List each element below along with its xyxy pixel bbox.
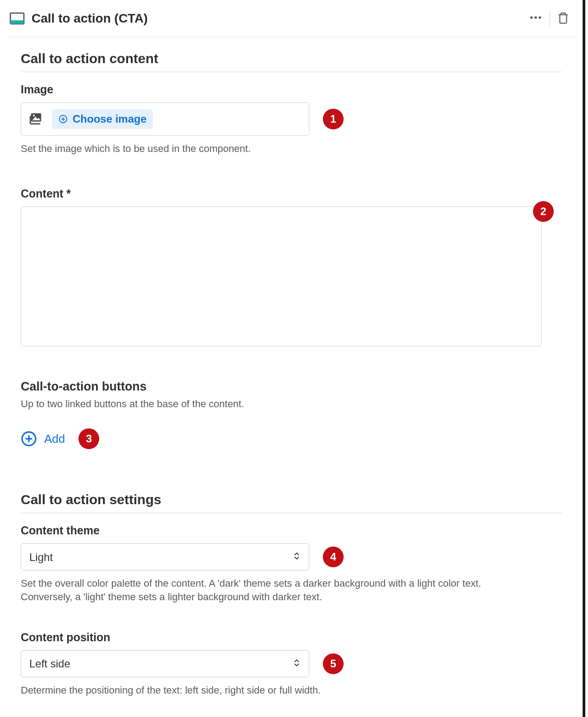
- theme-field-help: Set the overall color palette of the con…: [21, 577, 535, 603]
- section-buttons-title: Call-to-action buttons: [21, 380, 562, 394]
- more-actions-icon[interactable]: [526, 8, 545, 29]
- image-field-help: Set the image which is to be used in the…: [21, 142, 562, 156]
- section-content-title: Call to action content: [21, 51, 562, 66]
- svg-point-4: [539, 16, 541, 18]
- annotation-badge-3: 3: [78, 428, 99, 449]
- svg-point-7: [33, 115, 35, 116]
- annotation-badge-5: 5: [323, 653, 344, 674]
- choose-image-button[interactable]: Choose image: [52, 109, 153, 129]
- images-icon: [28, 111, 44, 127]
- header-divider: [550, 10, 550, 27]
- theme-select-wrap: Light: [21, 543, 309, 570]
- position-field-label: Content position: [21, 631, 562, 644]
- component-icon: [9, 10, 25, 27]
- svg-point-2: [530, 16, 533, 18]
- theme-field-label: Content theme: [21, 524, 562, 537]
- section-buttons-help: Up to two linked buttons at the base of …: [21, 397, 562, 411]
- section-rule: [21, 72, 562, 72]
- svg-point-3: [534, 16, 537, 18]
- image-field-label: Image: [21, 83, 562, 96]
- add-button-label: Add: [44, 432, 65, 446]
- section-rule-2: [21, 513, 562, 513]
- section-settings-title: Call to action settings: [21, 492, 562, 507]
- position-select-wrap: Left side: [21, 650, 309, 677]
- annotation-badge-2: 2: [533, 201, 554, 222]
- image-field: Choose image: [21, 102, 309, 136]
- panel-title: Call to action (CTA): [32, 11, 148, 26]
- content-field-label: Content *: [21, 187, 562, 200]
- position-field-help: Determine the positioning of the text: l…: [21, 684, 562, 697]
- position-select[interactable]: Left side: [21, 650, 309, 677]
- add-button[interactable]: Add: [21, 431, 65, 447]
- annotation-badge-1: 1: [323, 109, 344, 129]
- cta-editor-panel: Call to action (CTA) Call to action cont…: [0, 0, 585, 717]
- annotation-badge-4: 4: [323, 547, 344, 567]
- content-textarea[interactable]: [21, 207, 542, 346]
- svg-rect-1: [10, 20, 24, 24]
- panel-header: Call to action (CTA): [0, 0, 583, 37]
- delete-icon[interactable]: [555, 9, 572, 28]
- choose-image-label: Choose image: [73, 113, 147, 125]
- theme-select[interactable]: Light: [21, 543, 309, 570]
